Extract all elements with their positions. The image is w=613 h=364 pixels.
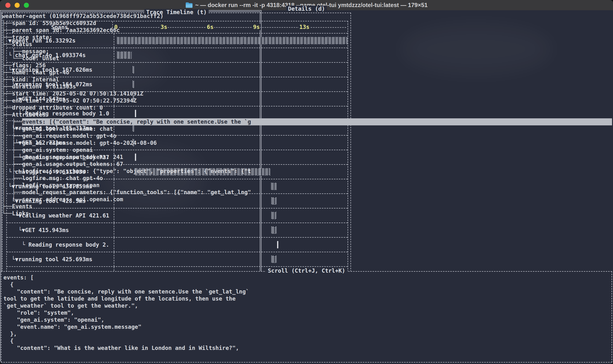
detail-line[interactable]: │ ├──gen_ai.response.model: gpt-4o-2024-… — [2, 140, 612, 146]
terminal-screen: Trace Timeline (t) Spans 03s6s9s13s ▼age… — [0, 10, 613, 364]
scroll-json-line: { — [3, 281, 611, 288]
scroll-panel-title: Scroll (Ctrl+J, Ctrl+K) — [266, 268, 347, 274]
detail-line[interactable]: └──Links — [2, 210, 612, 217]
detail-line[interactable]: ├──flags: 256 — [2, 62, 612, 69]
scroll-json-line: `get_weather` tool to get the weather.", — [3, 302, 611, 309]
details-tree: weather-agent (01968ff972a5b53cede738dc9… — [2, 13, 612, 258]
selected-attribute-value[interactable]: events: [{"content": "Be concise, reply … — [22, 118, 612, 125]
detail-line[interactable]: │ ├──gen_ai.operation.name: chat — [2, 125, 612, 132]
detail-line[interactable]: ├──duration: 9.611303s — [2, 83, 612, 90]
detail-line[interactable]: weather-agent (01968ff972a5b53cede738dc9… — [2, 13, 612, 20]
detail-line[interactable]: ├──Attributes — [2, 111, 612, 118]
detail-line[interactable]: │ ├──gen_ai.request.model: gpt-4o — [2, 132, 612, 140]
scroll-json-line: "content": "What is the weather like in … — [3, 345, 611, 351]
detail-line[interactable]: ├──span id: 559ab5e9cc60932d — [2, 20, 612, 27]
detail-line[interactable]: ├──start time: 2025-05-02 07:50:13.14109… — [2, 90, 612, 97]
detail-line-selected[interactable]: │ ├──events: [{"content": "Be concise, r… — [2, 118, 612, 125]
detail-line[interactable]: │ ├──logfire.span_type: span — [2, 182, 612, 189]
detail-line[interactable]: │ ├──logfire.json_schema: {"type": "obje… — [2, 168, 612, 175]
detail-line[interactable]: ├──dropped attributes count: 0 — [2, 104, 612, 111]
detail-line[interactable]: │ ├──gen_ai.usage.input_tokens: 241 — [2, 154, 612, 161]
detail-line[interactable]: │ └──server.address: api.openai.com — [2, 196, 612, 203]
minimize-button[interactable] — [14, 3, 20, 8]
details-panel-title: Details (d) — [286, 6, 327, 12]
details-panel[interactable]: Details (d) weather-agent (01968ff972a5b… — [0, 10, 261, 361]
traffic-lights — [5, 0, 29, 10]
scroll-json-line: events: [ — [3, 274, 611, 281]
tree-branch-glyph: │ ├── — [2, 118, 22, 125]
folder-icon — [185, 2, 193, 8]
detail-line[interactable]: ├──kind: Internal — [2, 76, 612, 83]
close-button[interactable] — [5, 3, 11, 8]
detail-line[interactable]: │ └──code: Unset — [2, 55, 612, 62]
scroll-json-line: tool to get the latitude and longitude o… — [3, 295, 611, 302]
scroll-panel[interactable]: Scroll (Ctrl+J, Ctrl+K) events: [ { "con… — [1, 271, 612, 363]
scroll-json-line: "role": "system", — [3, 309, 611, 316]
scroll-json-line: }, — [3, 330, 611, 338]
detail-line[interactable]: ├──end time: 2025-05-02 07:50:22.752394Z — [2, 97, 612, 104]
detail-line[interactable]: │ ├──message: — [2, 48, 612, 55]
detail-line[interactable]: │ ├──gen_ai.system: openai — [2, 146, 612, 154]
scroll-json-line: { — [3, 338, 611, 345]
detail-line[interactable]: │ ├──logfire.msg: chat gpt-4o — [2, 175, 612, 182]
detail-line[interactable]: ├──Status — [2, 41, 612, 48]
scroll-json-line: "gen_ai.system": "openai", — [3, 316, 611, 324]
detail-line[interactable]: ├──name: chat gpt-4o — [2, 69, 612, 76]
scroll-content: events: [ { "content": "Be concise, repl… — [3, 274, 611, 361]
zoom-button[interactable] — [24, 3, 29, 8]
terminal-window: ~ — docker run --rm -it -p 4318:4318 --n… — [0, 0, 613, 364]
detail-line[interactable]: │ ├──gen_ai.usage.output_tokens: 67 — [2, 161, 612, 168]
scroll-json-line: "content": "Be concise, reply with one s… — [3, 288, 611, 295]
detail-line[interactable]: ├──Events — [2, 203, 612, 210]
scroll-json-line: "event.name": "gen_ai.system.message" — [3, 324, 611, 330]
detail-line[interactable]: │ ├──model_request_parameters: {"functio… — [2, 189, 612, 196]
detail-line[interactable]: ├──parent span id: 7aa32363692ec66c — [2, 27, 612, 34]
detail-line[interactable]: ├──trace state: — [2, 34, 612, 41]
